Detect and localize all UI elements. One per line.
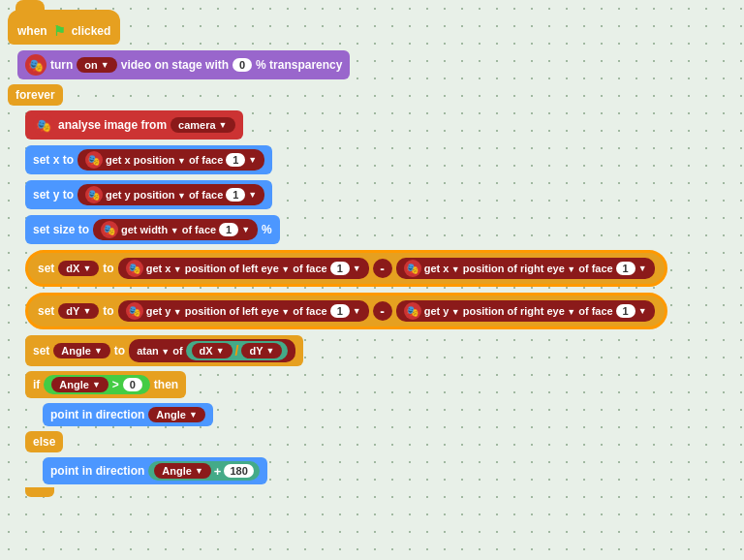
transparency-label: % transparency [256, 58, 342, 72]
minus-op-dy: - [373, 301, 392, 321]
dX-var[interactable]: dX [192, 343, 232, 358]
set-dy-block[interactable]: set dY to 🎭 get y position of left eye o… [25, 292, 667, 330]
analyse-label: analyse image from [58, 118, 167, 132]
dy-y2-dropdown[interactable]: y [443, 305, 460, 317]
face-arrow-y[interactable]: ▼ [248, 190, 257, 200]
set-y-label: set y to [33, 188, 74, 202]
angle-dir-var[interactable]: Angle [148, 407, 204, 422]
camera-dropdown[interactable]: camera [170, 117, 234, 133]
set-angle-block[interactable]: set Angle to atan of dX / dY [25, 334, 667, 367]
turn-on-video-block[interactable]: 🎭 turn on video on stage with 0 % transp… [17, 49, 667, 80]
dx-face-arrow[interactable]: ▼ [353, 264, 361, 273]
dx-dy-expr: dX / dY [186, 341, 289, 360]
set-y-block[interactable]: set y to 🎭 get y position of face 1 ▼ [25, 179, 667, 210]
avatar-size: 🎭 [101, 221, 118, 238]
clicked-label: clicked [72, 24, 111, 38]
angle-else-var[interactable]: Angle [154, 463, 210, 479]
angle-plus-180: Angle + 180 [148, 461, 259, 481]
face-value-x: 🎭 get x position of face 1 ▼ [78, 149, 264, 171]
zero-cond: 0 [123, 378, 142, 391]
dy-face-num: 1 [330, 304, 350, 318]
dy-var-dropdown[interactable]: dY [58, 303, 99, 319]
set-x-block[interactable]: set x to 🎭 get x position of face 1 ▼ [25, 144, 667, 175]
face-num-y: 1 [226, 188, 245, 202]
then-label: then [154, 378, 178, 391]
minus-op-dx: - [373, 259, 392, 278]
if-block[interactable]: if Angle > 0 then [25, 371, 667, 398]
avatar-x: 🎭 [85, 151, 103, 169]
dy-lefteye-dropdown[interactable]: left eye [242, 305, 290, 317]
dy-righteye-dropdown[interactable]: right eye [520, 305, 575, 317]
avatar-dx-r: 🎭 [404, 260, 421, 277]
forever-block[interactable]: forever [8, 84, 667, 106]
avatar-dy-r: 🎭 [404, 302, 421, 320]
set-dx-to: to [103, 262, 113, 275]
avatar-dx-l: 🎭 [126, 260, 143, 277]
dx-face-arrow2[interactable]: ▼ [638, 264, 647, 273]
plus-op: + [214, 464, 222, 479]
dy-face-arrow2[interactable]: ▼ [638, 306, 647, 316]
atan-block: atan of dX / dY [129, 339, 295, 362]
y-pos-dropdown[interactable]: y position [125, 189, 186, 201]
when-label: when [17, 24, 47, 38]
dY-var[interactable]: dY [241, 343, 282, 358]
turn-label: turn [50, 58, 73, 72]
avatar-dy-l: 🎭 [126, 302, 143, 320]
one-eighty-val: 180 [224, 464, 253, 478]
set-angle-to: to [114, 344, 125, 358]
if-label: if [33, 378, 40, 391]
set-dy-to: to [103, 304, 113, 318]
width-dropdown[interactable]: width [140, 224, 179, 235]
flag-icon: ⚑ [53, 23, 66, 39]
avatar-analyse: 🎭 [33, 114, 54, 136]
point-dir-else-label: point in direction [50, 464, 144, 478]
slash-op: / [235, 343, 239, 358]
video-label: video on stage with [121, 58, 229, 72]
else-label: else [25, 431, 667, 452]
dx-face-num: 1 [330, 262, 350, 275]
avatar-turn: 🎭 [25, 54, 46, 76]
angle-cond-var[interactable]: Angle [51, 377, 108, 392]
else-text: else [33, 435, 55, 449]
dy-face-num2: 1 [616, 304, 636, 318]
face-arrow-size[interactable]: ▼ [241, 225, 250, 234]
face-num-size: 1 [219, 223, 238, 236]
zero-value: 0 [232, 58, 252, 72]
face-arrow-x[interactable]: ▼ [248, 155, 257, 165]
when-clicked-block[interactable]: when ⚑ clicked [8, 9, 667, 46]
percent-label: % [262, 223, 272, 236]
x-pos-dropdown[interactable]: x position [125, 154, 186, 166]
angle-var-dropdown[interactable]: Angle [53, 343, 109, 358]
set-dx-block[interactable]: set dX to 🎭 get x position of left eye o… [25, 249, 667, 288]
dx-x-dropdown[interactable]: x [165, 263, 182, 274]
point-direction-else-block[interactable]: point in direction Angle + 180 [43, 456, 667, 485]
dy-y-dropdown[interactable]: y [165, 305, 182, 317]
face-value-y: 🎭 get y position of face 1 ▼ [78, 184, 264, 205]
set-dy-set: set [38, 304, 54, 318]
dx-left-get: 🎭 get x position of left eye of face 1 ▼ [118, 258, 369, 279]
dx-righteye-dropdown[interactable]: right eye [520, 263, 575, 274]
set-size-block[interactable]: set size to 🎭 get width of face 1 ▼ % [25, 214, 667, 245]
on-dropdown[interactable]: on [77, 57, 116, 73]
point-direction-if-block[interactable]: point in direction Angle [43, 402, 667, 427]
angle-condition: Angle > 0 [44, 375, 150, 394]
face-num-x: 1 [226, 153, 245, 167]
face-value-size: 🎭 get width of face 1 ▼ [93, 219, 258, 240]
avatar-y: 🎭 [85, 186, 103, 203]
dx-lefteye-dropdown[interactable]: left eye [242, 263, 290, 274]
set-size-label: set size to [33, 223, 89, 236]
greater-than: > [112, 378, 119, 391]
set-angle-set: set [33, 344, 49, 358]
dx-var-dropdown[interactable]: dX [58, 261, 99, 276]
atan-dropdown[interactable]: atan [137, 345, 170, 357]
analyse-block[interactable]: 🎭 analyse image from camera [25, 109, 667, 140]
dx-right-get: 🎭 get x position of right eye of face 1 … [396, 258, 655, 279]
dy-face-arrow[interactable]: ▼ [353, 306, 361, 316]
point-dir-label: point in direction [50, 408, 144, 421]
script-stack: when ⚑ clicked 🎭 turn on video on stage … [8, 8, 667, 498]
dx-x2-dropdown[interactable]: x [443, 263, 460, 274]
dy-left-get: 🎭 get y position of left eye of face 1 ▼ [118, 300, 369, 322]
dy-right-get: 🎭 get y position of right eye of face 1 … [396, 300, 655, 322]
forever-bottom [25, 489, 667, 497]
set-x-label: set x to [33, 153, 74, 167]
